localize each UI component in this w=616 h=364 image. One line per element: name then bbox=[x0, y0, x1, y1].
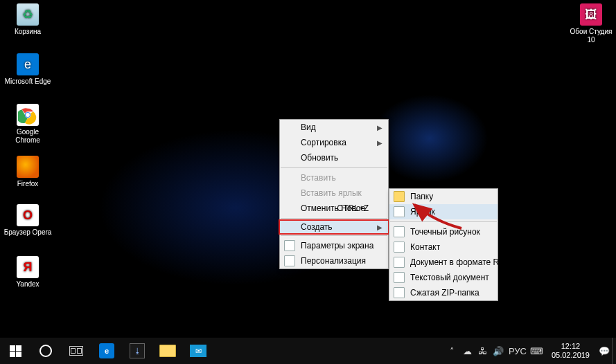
tray-language-indicator[interactable]: РУС bbox=[506, 338, 529, 364]
desktop-icon-label: Yandex bbox=[3, 280, 52, 289]
menu-item-label: Контакт bbox=[410, 242, 440, 252]
taskbar: e ⭳ ✉ ˄ ☁ 🖧 🔊 РУС ⌨ 12:12 05.02.2019 💬 bbox=[0, 338, 616, 364]
ctx-item-2[interactable]: Обновить bbox=[280, 150, 388, 165]
desktop-icon-label: Google Chrome bbox=[3, 128, 52, 145]
desktop-icon-label: Microsoft Edge bbox=[3, 78, 52, 86]
menu-item-label: Документ в формате RTF bbox=[410, 257, 509, 267]
file-icon bbox=[394, 272, 405, 283]
monitor-icon bbox=[284, 240, 295, 251]
desktop-context-menu: Вид▶Сортировка▶ОбновитьВставитьВставить … bbox=[279, 119, 389, 269]
taskbar-store[interactable]: ⭳ bbox=[122, 338, 152, 364]
firefox-icon bbox=[17, 156, 39, 178]
ctx-item-5: Вставить ярлык bbox=[280, 185, 388, 201]
clock-date: 05.02.2019 bbox=[552, 351, 590, 360]
subctx-item-4[interactable]: Контакт bbox=[389, 239, 498, 255]
edge-icon: e bbox=[17, 53, 39, 75]
start-button[interactable] bbox=[0, 338, 30, 364]
subctx-item-7[interactable]: Сжатая ZIP-папка bbox=[389, 285, 498, 300]
desktop-icon-oboi[interactable]: 🖼Обои Студия 10 bbox=[567, 3, 615, 44]
menu-separator bbox=[281, 235, 387, 236]
folder-icon bbox=[394, 191, 405, 202]
file-icon bbox=[394, 226, 405, 237]
menu-item-label: Вид bbox=[301, 122, 316, 132]
subctx-item-5[interactable]: Документ в формате RTF bbox=[389, 255, 498, 270]
show-desktop-button[interactable] bbox=[612, 338, 616, 364]
ctx-item-0[interactable]: Вид▶ bbox=[280, 120, 388, 135]
desktop-icon-yandex[interactable]: ЯYandex bbox=[3, 256, 52, 289]
desktop-icon-label: Firefox bbox=[3, 180, 52, 188]
shortcut-icon bbox=[394, 206, 405, 217]
ctx-item-10[interactable]: Параметры экрана bbox=[280, 238, 388, 253]
personalize-icon bbox=[284, 255, 295, 266]
desktop-icon-edge[interactable]: eMicrosoft Edge bbox=[3, 53, 52, 86]
menu-item-label: Сортировка bbox=[301, 138, 346, 147]
context-submenu-create: ПапкуЯрлыкТочечный рисунокКонтактДокумен… bbox=[389, 188, 498, 301]
tray-chevron-up-icon[interactable]: ˄ bbox=[445, 338, 460, 364]
menu-item-shortcut: CTRL+Z bbox=[337, 203, 369, 213]
tray-input-icon[interactable]: ⌨ bbox=[529, 338, 545, 364]
taskbar-explorer[interactable] bbox=[152, 338, 183, 364]
menu-item-label: Параметры экрана bbox=[301, 241, 373, 251]
tray-volume-icon[interactable]: 🔊 bbox=[491, 338, 506, 364]
menu-separator bbox=[281, 218, 387, 219]
recycle-icon: ♻ bbox=[17, 3, 39, 26]
chrome-icon bbox=[17, 104, 39, 126]
menu-item-label: Текстовый документ bbox=[410, 273, 489, 282]
yandex-icon: Я bbox=[17, 256, 39, 278]
subctx-item-6[interactable]: Текстовый документ bbox=[389, 270, 498, 285]
file-icon bbox=[394, 242, 405, 253]
menu-separator bbox=[390, 221, 497, 222]
file-icon bbox=[394, 287, 405, 298]
file-icon bbox=[394, 257, 405, 268]
task-view-button[interactable] bbox=[61, 338, 91, 364]
submenu-arrow-icon: ▶ bbox=[377, 124, 382, 131]
taskbar-edge[interactable]: e bbox=[91, 338, 122, 364]
menu-item-label: Папку bbox=[410, 192, 433, 201]
menu-item-label: Персонализация bbox=[301, 256, 366, 266]
tray-notifications-icon[interactable]: 💬 bbox=[597, 338, 612, 364]
ctx-item-6[interactable]: Отменить НовоеCTRL+Z bbox=[280, 201, 388, 216]
svg-point-2 bbox=[26, 113, 30, 117]
desktop-icon-label: Обои Студия 10 bbox=[567, 28, 615, 44]
menu-item-label: Вставить ярлык bbox=[301, 188, 362, 198]
taskbar-clock[interactable]: 12:12 05.02.2019 bbox=[545, 342, 597, 360]
subctx-item-1[interactable]: Ярлык bbox=[389, 204, 498, 219]
desktop-icon-opera[interactable]: OБраузер Opera bbox=[3, 204, 52, 237]
submenu-arrow-icon: ▶ bbox=[377, 139, 382, 147]
ctx-item-11[interactable]: Персонализация bbox=[280, 253, 388, 269]
desktop-icon-recycle[interactable]: ♻Корзина bbox=[3, 3, 52, 36]
clock-time: 12:12 bbox=[552, 342, 590, 351]
desktop-icon-firefox[interactable]: Firefox bbox=[3, 156, 52, 188]
menu-item-label: Ярлык bbox=[410, 207, 435, 217]
ctx-item-8[interactable]: Создать▶ bbox=[279, 219, 389, 235]
subctx-item-3[interactable]: Точечный рисунок bbox=[389, 224, 498, 239]
system-tray: ˄ ☁ 🖧 🔊 РУС ⌨ 12:12 05.02.2019 💬 bbox=[445, 338, 616, 364]
ctx-item-4: Вставить bbox=[280, 170, 388, 185]
menu-separator bbox=[281, 167, 387, 168]
menu-item-label: Точечный рисунок bbox=[410, 227, 480, 237]
submenu-arrow-icon: ▶ bbox=[377, 224, 382, 231]
taskbar-mail[interactable]: ✉ bbox=[183, 338, 213, 364]
menu-item-label: Вставить bbox=[301, 173, 336, 183]
menu-item-label: Обновить bbox=[301, 153, 338, 163]
menu-item-label: Создать bbox=[301, 222, 333, 232]
opera-icon: O bbox=[17, 204, 39, 226]
menu-item-label: Сжатая ZIP-папка bbox=[410, 288, 479, 298]
cortana-button[interactable] bbox=[30, 338, 61, 364]
desktop-icon-label: Браузер Opera bbox=[3, 228, 52, 237]
subctx-item-0[interactable]: Папку bbox=[389, 189, 498, 204]
desktop-icon-label: Корзина bbox=[3, 28, 52, 36]
oboi-icon: 🖼 bbox=[580, 3, 602, 26]
tray-onedrive-icon[interactable]: ☁ bbox=[460, 338, 475, 364]
tray-network-icon[interactable]: 🖧 bbox=[475, 338, 491, 364]
desktop-icon-chrome[interactable]: Google Chrome bbox=[3, 104, 52, 145]
ctx-item-1[interactable]: Сортировка▶ bbox=[280, 135, 388, 150]
